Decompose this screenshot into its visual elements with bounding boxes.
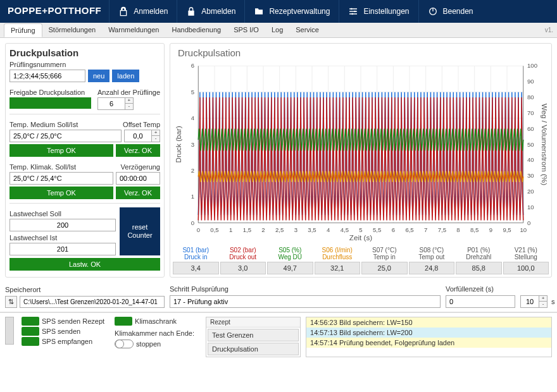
version-label: v1.	[545, 27, 553, 34]
panel-title: Druckpulsation	[9, 47, 160, 58]
svg-text:50: 50	[527, 141, 534, 148]
temp-klimak-input[interactable]	[9, 172, 113, 185]
svg-text:4,5: 4,5	[341, 226, 349, 233]
svg-text:7,5: 7,5	[438, 226, 446, 233]
svg-text:0,5: 0,5	[210, 226, 218, 233]
klimakammer-toggle[interactable]	[115, 340, 134, 348]
svg-text:5: 5	[191, 89, 194, 95]
svg-text:0: 0	[527, 219, 530, 226]
svg-text:9: 9	[489, 226, 492, 233]
svg-text:80: 80	[527, 94, 534, 101]
left-panel: Druckpulsation Prüflingsnummern neu lade…	[5, 43, 165, 278]
svg-text:70: 70	[527, 109, 534, 116]
svg-text:6,5: 6,5	[405, 226, 413, 233]
svg-text:5: 5	[359, 226, 362, 233]
sensor-S07: S07 (°C)Temp in25,0	[361, 247, 408, 274]
svg-point-1	[354, 11, 356, 13]
svg-text:4: 4	[327, 226, 330, 233]
chart-title: Druckpulsation	[178, 47, 549, 58]
sensor-V21: V21 (%)Stellung100,0	[503, 247, 549, 274]
rezept-item[interactable]: Test Grenzen	[208, 329, 299, 341]
top-navbar: POPPE+POTTHOFF Anmelden Abmelden Rezeptv…	[0, 0, 557, 23]
sps-rezept-indicator	[22, 317, 39, 326]
unlock-icon	[118, 6, 128, 16]
verz-ok-2: Verz. OK	[116, 187, 160, 199]
tab-log[interactable]: Log	[265, 23, 289, 37]
temp-ok-2: Temp OK	[9, 187, 113, 199]
lw-ist-input[interactable]	[9, 243, 116, 255]
brand-logo: POPPE+POTTHOFF	[0, 0, 109, 23]
temp-med-input[interactable]	[9, 130, 122, 142]
svg-text:1: 1	[191, 193, 194, 200]
folder-pick-icon[interactable]: ⇅	[5, 296, 17, 308]
freigabe-label: Freigabe Druckpulsation	[9, 89, 91, 96]
offset-spinner[interactable]: +-	[124, 130, 160, 142]
sensor-S01: S01 (bar)Druck in3,4	[173, 247, 219, 274]
lw-soll-input[interactable]	[9, 219, 116, 231]
schritt-input[interactable]	[170, 295, 441, 308]
svg-text:0: 0	[197, 226, 200, 233]
svg-text:3,5: 3,5	[308, 226, 316, 233]
speicherort-input[interactable]	[20, 296, 165, 308]
svg-text:90: 90	[527, 78, 534, 85]
svg-text:30: 30	[527, 172, 534, 179]
logout-button[interactable]: Abmelden	[177, 0, 244, 23]
rezept-item[interactable]: Druckpulsation	[208, 343, 299, 355]
tab-row: PrüfungStörmeldungenWarnmeldungenHandbed…	[0, 23, 557, 38]
reset-counter-button[interactable]: reset Counter	[120, 207, 160, 255]
freigabe-status	[9, 97, 91, 109]
vorfuell-spinner[interactable]: +-	[520, 295, 548, 308]
verz-ok-1: Verz. OK	[116, 144, 160, 157]
log-item: 14:56:23 Bild speichern: LW=150	[306, 317, 551, 328]
sps-empf-indicator	[22, 337, 39, 346]
sensor-S08: S08 (°C)Temp out24,8	[409, 247, 455, 274]
neu-button[interactable]: neu	[88, 70, 110, 82]
tab-service[interactable]: Service	[289, 23, 325, 37]
svg-text:20: 20	[527, 188, 534, 195]
power-icon	[428, 6, 438, 16]
sensor-S02: S02 (bar)Druck out3,0	[220, 247, 266, 274]
anzahl-spinner[interactable]: +-	[97, 97, 160, 110]
svg-text:2: 2	[261, 226, 265, 233]
pruef-nr-label: Prüflingsnummern	[9, 61, 160, 68]
temp-ok-1: Temp OK	[9, 144, 113, 157]
svg-text:0: 0	[191, 219, 194, 226]
svg-text:40: 40	[527, 156, 534, 163]
login-button[interactable]: Anmelden	[109, 0, 177, 23]
vorfuell-input[interactable]	[446, 295, 515, 308]
svg-text:7: 7	[424, 226, 427, 233]
laden-button[interactable]: laden	[112, 70, 139, 82]
svg-text:Weg / Volumenstrom (%): Weg / Volumenstrom (%)	[541, 104, 549, 185]
tab-warnmeldungen[interactable]: Warnmeldungen	[102, 23, 165, 37]
svg-text:1: 1	[229, 226, 232, 233]
footer-grip	[5, 317, 14, 345]
svg-point-2	[352, 13, 354, 15]
svg-text:8,5: 8,5	[470, 226, 479, 233]
svg-text:2: 2	[191, 167, 194, 174]
rezept-list: Rezept Test GrenzenDruckpulsation	[206, 317, 301, 357]
tab-sps i/o[interactable]: SPS I/O	[227, 23, 265, 37]
svg-text:1,5: 1,5	[243, 226, 251, 233]
log-list: 14:56:23 Bild speichern: LW=15014:57:13 …	[306, 317, 552, 357]
anzahl-label: Anzahl der Prüflinge	[97, 89, 160, 96]
log-item: 14:57:14 Prüfung beendet, Folgeprüfung l…	[306, 338, 551, 348]
tab-störmeldungen[interactable]: Störmeldungen	[42, 23, 103, 37]
recipes-button[interactable]: Rezeptverwaltung	[244, 0, 339, 23]
svg-text:10: 10	[520, 226, 527, 233]
exit-button[interactable]: Beenden	[418, 0, 482, 23]
tab-handbedienung[interactable]: Handbedienung	[165, 23, 227, 37]
sensor-S06: S06 (l/min)Durchfluss32,1	[315, 247, 361, 274]
pruef-nr-input[interactable]	[9, 70, 85, 82]
folder-icon	[254, 6, 264, 16]
svg-text:8: 8	[456, 226, 460, 233]
verz-input[interactable]	[116, 172, 160, 185]
settings-button[interactable]: Einstellungen	[339, 0, 418, 23]
pulsation-chart: 00,511,522,533,544,555,566,577,588,599,5…	[173, 59, 549, 243]
svg-text:2,5: 2,5	[275, 226, 284, 233]
tab-prüfung[interactable]: Prüfung	[4, 23, 42, 37]
svg-text:10: 10	[527, 204, 534, 211]
svg-point-0	[351, 8, 353, 10]
svg-text:9,5: 9,5	[503, 226, 511, 233]
lastw-ok: Lastw. OK	[9, 258, 160, 271]
svg-text:6: 6	[191, 62, 194, 69]
